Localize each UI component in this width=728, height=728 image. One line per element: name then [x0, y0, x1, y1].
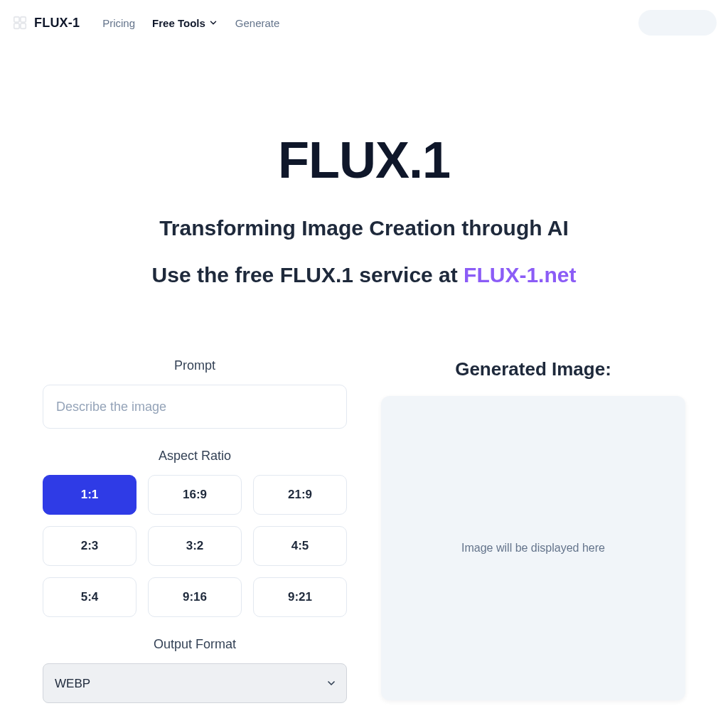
ratio-3-2[interactable]: 3:2	[148, 526, 242, 566]
prompt-input[interactable]	[43, 385, 347, 429]
header-action-button[interactable]	[638, 10, 717, 36]
brand-name: FLUX-1	[34, 16, 80, 31]
ratio-5-4[interactable]: 5:4	[43, 577, 136, 617]
ratio-9-16[interactable]: 9:16	[148, 577, 242, 617]
image-placeholder-text: Image will be displayed here	[461, 542, 605, 555]
output-format-wrap: WEBP	[43, 663, 347, 703]
logo-icon	[11, 14, 28, 31]
nav-free-tools-label: Free Tools	[152, 17, 205, 29]
form-panel: Prompt Aspect Ratio 1:1 16:9 21:9 2:3 3:…	[43, 358, 347, 703]
ratio-4-5[interactable]: 4:5	[253, 526, 347, 566]
svg-rect-0	[14, 17, 19, 22]
nav-generate[interactable]: Generate	[235, 17, 280, 29]
ratio-21-9[interactable]: 21:9	[253, 475, 347, 515]
aspect-ratio-label: Aspect Ratio	[43, 449, 347, 464]
svg-rect-1	[21, 17, 26, 22]
hero-cta-link[interactable]: FLUX-1.net	[464, 263, 576, 287]
ratio-2-3[interactable]: 2:3	[43, 526, 136, 566]
ratio-16-9[interactable]: 16:9	[148, 475, 242, 515]
main: Prompt Aspect Ratio 1:1 16:9 21:9 2:3 3:…	[0, 316, 728, 703]
nav-pricing[interactable]: Pricing	[102, 17, 135, 29]
svg-rect-2	[14, 23, 19, 28]
ratio-1-1[interactable]: 1:1	[43, 475, 136, 515]
chevron-down-icon	[208, 18, 218, 28]
aspect-ratio-grid: 1:1 16:9 21:9 2:3 3:2 4:5 5:4 9:16 9:21	[43, 475, 347, 617]
hero: FLUX.1 Transforming Image Creation throu…	[0, 46, 728, 316]
page-subtitle: Transforming Image Creation through AI	[0, 216, 728, 240]
primary-nav: Pricing Free Tools Generate	[102, 17, 279, 29]
header-right	[638, 10, 717, 36]
output-panel: Generated Image: Image will be displayed…	[381, 358, 685, 703]
hero-cta: Use the free FLUX.1 service at FLUX-1.ne…	[0, 263, 728, 287]
header: FLUX-1 Pricing Free Tools Generate	[0, 0, 728, 46]
svg-rect-3	[21, 23, 26, 28]
output-format-select[interactable]: WEBP	[43, 663, 347, 703]
ratio-9-21[interactable]: 9:21	[253, 577, 347, 617]
output-title: Generated Image:	[381, 358, 685, 380]
page-title: FLUX.1	[0, 131, 728, 189]
output-format-label: Output Format	[43, 637, 347, 652]
prompt-label: Prompt	[43, 358, 347, 373]
brand[interactable]: FLUX-1	[11, 14, 80, 31]
generated-image-box: Image will be displayed here	[381, 396, 685, 700]
hero-cta-prefix: Use the free FLUX.1 service at	[152, 263, 464, 287]
nav-free-tools[interactable]: Free Tools	[152, 17, 218, 29]
